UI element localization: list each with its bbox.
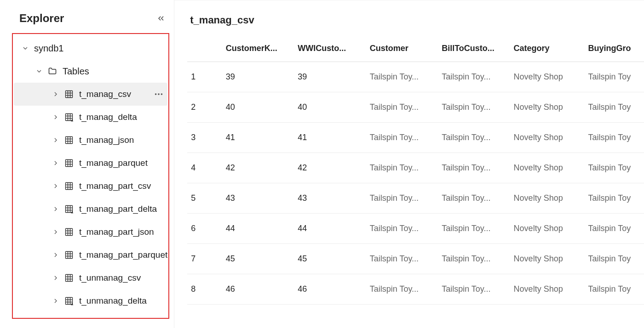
cell: Tailspin Toy	[584, 274, 644, 305]
table-row[interactable]: 74545Tailspin Toy...Tailspin Toy...Novel…	[187, 244, 644, 274]
cell: Novelty Shop	[510, 153, 585, 183]
table-row[interactable]: 24040Tailspin Toy...Tailspin Toy...Novel…	[187, 92, 644, 123]
chevron-right-icon	[52, 274, 59, 282]
cell: Novelty Shop	[510, 183, 585, 214]
cell: 40	[222, 92, 294, 123]
chevron-right-icon	[52, 113, 59, 121]
column-header[interactable]: Customer	[366, 39, 438, 62]
column-header[interactable]: CustomerK...	[222, 39, 294, 62]
cell: Tailspin Toy...	[366, 92, 438, 123]
column-header[interactable]: Category	[510, 39, 585, 62]
tree-item-tables-group[interactable]: Tables	[14, 60, 167, 83]
row-index: 4	[187, 153, 222, 183]
database-label: syndb1	[34, 43, 167, 54]
row-index: 6	[187, 214, 222, 244]
chevron-down-icon	[35, 68, 43, 75]
svg-rect-24	[66, 183, 73, 190]
table-name-label: t_manag_part_csv	[79, 181, 167, 191]
svg-marker-34	[71, 211, 73, 213]
cell: 39	[294, 62, 366, 92]
table-name-label: t_manag_part_delta	[79, 204, 167, 214]
tree-item-table[interactable]: t_manag_part_json	[14, 221, 167, 243]
svg-point-5	[155, 93, 157, 95]
cell: Tailspin Toy	[584, 62, 644, 92]
table-name-label: t_manag_csv	[79, 89, 154, 99]
table-delta-icon	[64, 296, 74, 305]
cell: Tailspin Toy...	[438, 153, 510, 183]
table-name-label: t_manag_part_parquet	[79, 250, 167, 260]
tree-item-table[interactable]: t_manag_part_csv	[14, 175, 167, 198]
svg-point-6	[158, 93, 160, 95]
svg-rect-0	[66, 91, 73, 98]
cell: Tailspin Toy...	[438, 92, 510, 123]
tree-item-table[interactable]: t_manag_parquet	[14, 152, 167, 175]
row-index: 3	[187, 123, 222, 153]
chevron-right-icon	[52, 182, 59, 190]
table-name-label: t_manag_json	[79, 135, 167, 145]
column-header[interactable]: BuyingGro	[584, 39, 644, 62]
cell: 44	[294, 214, 366, 244]
chevron-down-icon	[22, 45, 29, 52]
column-header[interactable]: WWICusto...	[294, 39, 366, 62]
column-header[interactable]: BillToCusto...	[438, 39, 510, 62]
row-index: 8	[187, 274, 222, 305]
explorer-title: Explorer	[19, 12, 64, 25]
table-row[interactable]: 84646Tailspin Toy...Tailspin Toy...Novel…	[187, 274, 644, 305]
more-horizontal-icon	[154, 89, 164, 99]
chevron-right-icon	[52, 228, 59, 236]
svg-rect-45	[66, 275, 73, 282]
cell: 45	[294, 244, 366, 274]
table-icon	[64, 181, 74, 191]
cell: Tailspin Toy...	[438, 244, 510, 274]
tree-item-table[interactable]: t_manag_part_delta	[14, 198, 167, 221]
table-icon	[64, 90, 74, 99]
table-row[interactable]: 13939Tailspin Toy...Tailspin Toy...Novel…	[187, 62, 644, 92]
row-index: 7	[187, 244, 222, 274]
table-name-label: t_unmanag_csv	[79, 273, 167, 283]
svg-rect-50	[66, 298, 73, 305]
cell: Tailspin Toy	[584, 183, 644, 214]
cell: Tailspin Toy...	[366, 153, 438, 183]
more-actions-button[interactable]	[154, 89, 167, 99]
table-row[interactable]: 54343Tailspin Toy...Tailspin Toy...Novel…	[187, 183, 644, 214]
cell: Tailspin Toy...	[438, 214, 510, 244]
cell: Tailspin Toy...	[438, 183, 510, 214]
table-delta-icon	[64, 113, 74, 122]
tree-item-table[interactable]: t_manag_json	[14, 129, 167, 152]
table-row[interactable]: 34141Tailspin Toy...Tailspin Toy...Novel…	[187, 123, 644, 153]
cell: Tailspin Toy...	[366, 62, 438, 92]
table-name-label: t_manag_parquet	[79, 158, 167, 168]
folder-icon	[48, 67, 57, 76]
table-name-label: t_manag_delta	[79, 112, 167, 122]
cell: Novelty Shop	[510, 62, 585, 92]
tree-item-table[interactable]: t_manag_csv	[14, 83, 167, 106]
tree-item-table[interactable]: t_unmanag_csv	[14, 266, 167, 289]
row-index: 2	[187, 92, 222, 123]
table-row[interactable]: 44242Tailspin Toy...Tailspin Toy...Novel…	[187, 153, 644, 183]
cell: 44	[222, 214, 294, 244]
svg-point-7	[161, 93, 163, 95]
svg-marker-55	[71, 303, 73, 305]
tree-item-table[interactable]: t_unmanag_delta	[14, 289, 167, 312]
cell: Novelty Shop	[510, 244, 585, 274]
data-table: CustomerK... WWICusto... Customer BillTo…	[187, 39, 644, 305]
tree-item-database[interactable]: syndb1	[14, 37, 167, 60]
cell: Tailspin Toy...	[366, 244, 438, 274]
cell: Tailspin Toy...	[366, 183, 438, 214]
cell: Tailspin Toy	[584, 153, 644, 183]
table-row[interactable]: 64444Tailspin Toy...Tailspin Toy...Novel…	[187, 214, 644, 244]
cell: Tailspin Toy	[584, 92, 644, 123]
svg-rect-19	[66, 160, 73, 167]
tree-item-table[interactable]: t_manag_delta	[14, 106, 167, 129]
cell: 43	[222, 183, 294, 214]
chevron-right-icon	[52, 136, 59, 144]
tree-item-table[interactable]: t_manag_part_parquet	[14, 243, 167, 266]
collapse-panel-button[interactable]	[156, 14, 166, 23]
cell: Tailspin Toy...	[438, 62, 510, 92]
cell: Tailspin Toy...	[438, 274, 510, 305]
cell: Tailspin Toy...	[366, 274, 438, 305]
cell: 40	[294, 92, 366, 123]
chevron-right-icon	[52, 251, 59, 259]
cell: Novelty Shop	[510, 123, 585, 153]
cell: 46	[294, 274, 366, 305]
